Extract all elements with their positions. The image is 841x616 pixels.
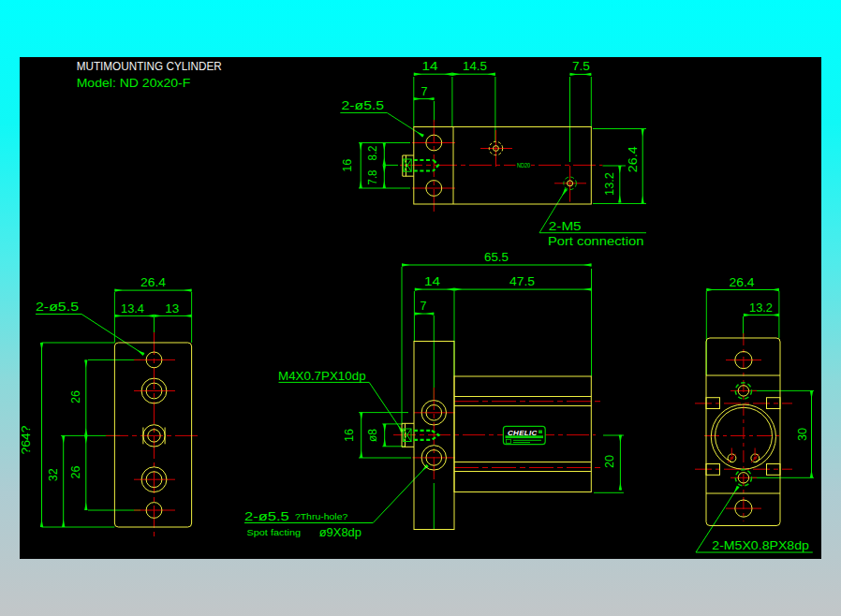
svg-text:2-ø5.5: 2-ø5.5	[36, 301, 79, 314]
svg-text:?Thru-hole?: ?Thru-hole?	[295, 512, 347, 521]
svg-text:7.8: 7.8	[366, 169, 379, 184]
svg-text:13.2: 13.2	[749, 301, 773, 315]
svg-text:14: 14	[424, 275, 440, 288]
svg-text:Port connection: Port connection	[548, 235, 644, 248]
svg-text:Spot facting: Spot facting	[247, 528, 302, 537]
svg-text:26.4: 26.4	[730, 276, 755, 289]
svg-text:26: 26	[69, 465, 82, 478]
svg-text:14.5: 14.5	[463, 60, 487, 73]
svg-text:CHELIC: CHELIC	[508, 429, 538, 437]
svg-text:32: 32	[47, 468, 60, 481]
svg-text:26: 26	[69, 390, 82, 403]
svg-text:65.5: 65.5	[484, 251, 509, 264]
svg-text:ø9X8dp: ø9X8dp	[319, 526, 361, 539]
svg-text:14: 14	[422, 60, 438, 73]
svg-text:M4X0.7PX10dp: M4X0.7PX10dp	[278, 370, 366, 383]
svg-text:MUTIMOUNTING CYLINDER: MUTIMOUNTING CYLINDER	[77, 59, 222, 73]
svg-text:20: 20	[603, 455, 616, 468]
svg-text:ø8: ø8	[366, 429, 379, 442]
svg-text:7: 7	[420, 300, 427, 313]
svg-text:?64?: ?64?	[20, 425, 33, 454]
svg-text:2-M5: 2-M5	[549, 220, 582, 233]
svg-text:Model: ND 20x20-F: Model: ND 20x20-F	[77, 77, 191, 90]
svg-text:13.2: 13.2	[603, 172, 616, 196]
svg-text:47.5: 47.5	[509, 275, 535, 288]
svg-text:2-ø5.5: 2-ø5.5	[342, 99, 385, 112]
svg-text:30: 30	[796, 428, 809, 441]
svg-text:26.4: 26.4	[140, 276, 166, 289]
svg-text:7.5: 7.5	[572, 60, 590, 73]
svg-text:2-M5X0.8PX8dp: 2-M5X0.8PX8dp	[712, 538, 809, 552]
svg-text:13.4: 13.4	[121, 302, 144, 315]
svg-text:16: 16	[342, 159, 355, 172]
svg-text:ND20: ND20	[517, 161, 530, 169]
svg-text:13: 13	[165, 302, 179, 315]
svg-text:2-ø5.5: 2-ø5.5	[244, 510, 289, 523]
svg-text:8.2: 8.2	[366, 145, 379, 160]
svg-text:7: 7	[421, 85, 428, 98]
svg-text:26.4: 26.4	[627, 146, 641, 172]
svg-text:16: 16	[343, 429, 356, 442]
